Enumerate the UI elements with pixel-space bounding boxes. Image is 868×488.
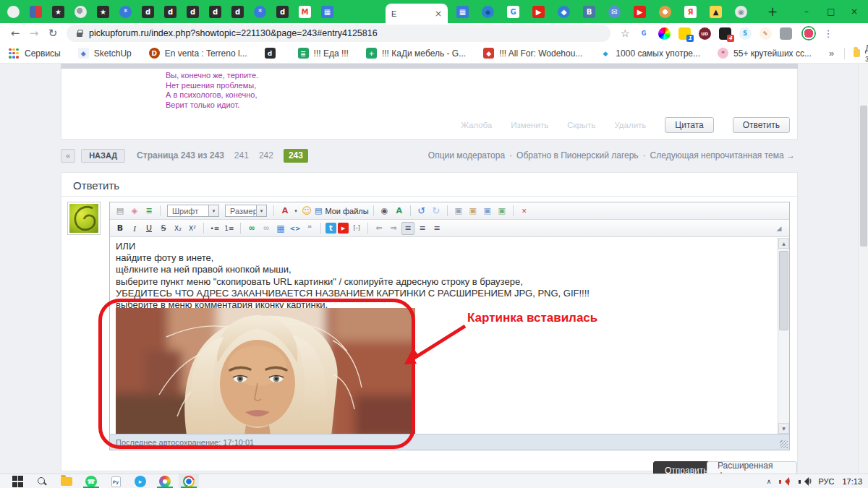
pinned-tab-favicon[interactable]: d xyxy=(164,6,176,18)
pinned-tab-favicon[interactable]: Я xyxy=(684,6,697,18)
quote-block-button[interactable]: ❝ xyxy=(303,222,316,235)
extension-colorwheel-icon[interactable] xyxy=(658,27,671,40)
insert-image-button[interactable]: ▦ xyxy=(274,222,287,235)
bookmark-allfor[interactable]: ◆!!! All For: Wodehou... xyxy=(483,48,582,59)
active-tab[interactable]: E × xyxy=(386,4,448,23)
editor-scrollbar[interactable]: ▲ ▼ xyxy=(778,238,789,434)
search-button[interactable]: ◉ xyxy=(378,205,391,218)
bookmark-services[interactable]: Сервисы xyxy=(25,48,61,59)
file-explorer-icon[interactable] xyxy=(61,476,72,487)
pinned-tab-favicon[interactable]: d xyxy=(276,6,289,18)
pinned-tab-favicon[interactable]: ★ xyxy=(97,6,109,18)
source-button[interactable]: ▤ xyxy=(114,205,127,218)
size-select[interactable]: Размер▾ xyxy=(225,205,267,217)
bullet-list-button[interactable]: •≡ xyxy=(208,222,221,235)
extension-tag-icon[interactable]: 1 xyxy=(678,27,691,40)
remove-format-button[interactable]: ✕ xyxy=(518,205,531,218)
first-page-button[interactable]: « xyxy=(61,149,75,163)
pinned-tab-favicon[interactable]: ◆ xyxy=(558,6,570,18)
window-minimize-button[interactable]: – xyxy=(797,0,816,23)
tray-expand-icon[interactable]: ∧ xyxy=(767,478,772,485)
paste-button[interactable]: ▣ xyxy=(467,205,480,218)
paste-text-button[interactable]: ▣ xyxy=(481,205,494,218)
font-color-button[interactable]: A xyxy=(278,205,292,218)
align-right-button[interactable]: ≡ xyxy=(430,222,443,235)
back-button[interactable]: НАЗАД xyxy=(81,149,125,163)
extension-blocker-icon[interactable]: 4 xyxy=(719,27,731,40)
python-file-icon[interactable]: Py xyxy=(110,476,122,487)
extension-puzzle-icon[interactable] xyxy=(780,27,792,40)
start-button[interactable] xyxy=(12,476,23,487)
font-select[interactable]: Шрифт▾ xyxy=(167,205,219,217)
subscript-button[interactable]: X₂ xyxy=(171,222,184,235)
bookmark-en-venta[interactable]: DEn venta : Terreno l... xyxy=(149,48,247,59)
pinned-tab-favicon[interactable]: d xyxy=(209,6,221,18)
pinned-tab-favicon[interactable]: ◆ xyxy=(482,6,494,18)
delete-link[interactable]: Удалить xyxy=(614,121,646,129)
reply-button[interactable]: Ответить xyxy=(733,117,790,133)
numbered-list-button[interactable]: 1≡ xyxy=(223,222,236,235)
spellcheck-button[interactable]: A xyxy=(393,205,406,218)
resize-grip[interactable] xyxy=(780,440,788,448)
quote-button[interactable]: Цитата xyxy=(665,117,713,133)
chevron-down-icon[interactable]: ▾ xyxy=(256,205,266,216)
editor-text-area[interactable]: ИЛИ найдите фоту в инете, щёлкните на не… xyxy=(110,238,778,434)
italic-button[interactable]: I xyxy=(128,222,141,235)
bookmark-sketchup[interactable]: ◆SketchUp xyxy=(78,48,132,59)
align-center-button[interactable]: ≡ xyxy=(416,222,429,235)
reload-icon[interactable]: ↻ xyxy=(43,27,62,40)
superscript-button[interactable]: X² xyxy=(186,222,199,235)
emoticon-button[interactable]: ☺ xyxy=(300,205,313,218)
paste-word-button[interactable]: ▣ xyxy=(495,205,509,218)
pinned-tab-favicon[interactable] xyxy=(75,6,87,18)
pinned-tab-favicon[interactable] xyxy=(659,6,671,18)
pinned-tab-favicon[interactable]: d xyxy=(231,6,244,18)
pinned-tab-favicon[interactable]: * xyxy=(254,6,266,18)
bookmark-eda[interactable]: ≣!!! Еда !!! xyxy=(298,48,349,59)
pinned-tab-favicon[interactable] xyxy=(30,6,42,18)
scrollbar-thumb[interactable] xyxy=(860,106,867,247)
indent-button[interactable]: ⇒ xyxy=(387,222,400,235)
taskbar-search-icon[interactable] xyxy=(36,476,48,487)
pinned-tab-favicon[interactable]: ▶ xyxy=(532,6,545,18)
new-tab-button[interactable]: + xyxy=(765,4,780,20)
template-button[interactable]: ≣ xyxy=(142,205,156,218)
my-files-button[interactable]: ▤Мои файлы xyxy=(315,205,369,218)
muted-speaker-icon[interactable]: ) xyxy=(779,477,791,486)
tab-close-icon[interactable]: × xyxy=(435,9,442,19)
pinned-tab-favicon[interactable]: B xyxy=(583,6,595,18)
chevron-down-icon[interactable]: ▾ xyxy=(293,205,299,218)
edit-link[interactable]: Изменить xyxy=(511,121,548,129)
page-link-241[interactable]: 241 xyxy=(234,150,249,160)
extension-seahorse-icon[interactable]: S xyxy=(739,27,752,40)
scroll-up-icon[interactable]: ▲ xyxy=(778,238,789,249)
strikethrough-button[interactable]: S xyxy=(157,222,170,235)
pinned-tab-favicon[interactable]: G xyxy=(507,6,519,18)
bookmark-55[interactable]: *55+ крутейших сс... xyxy=(718,48,812,59)
extension-translate-icon[interactable]: G xyxy=(638,27,650,40)
language-indicator[interactable]: РУС xyxy=(818,477,834,486)
pinned-tab-favicon[interactable]: d xyxy=(142,6,154,18)
pinned-tab-favicon[interactable]: ▦ xyxy=(456,6,469,18)
lock-icon[interactable] xyxy=(77,33,82,37)
pinned-tab-favicon[interactable]: * xyxy=(119,6,132,18)
underline-button[interactable]: U xyxy=(142,222,156,235)
pinned-tab-favicon[interactable]: ▦ xyxy=(321,6,333,18)
back-to-forum-link[interactable]: Обратно в Пионерский лагерь xyxy=(516,150,639,160)
apps-grid-icon[interactable] xyxy=(9,48,19,59)
advanced-form-button[interactable]: Расширенная форма xyxy=(707,461,797,474)
telegram-icon[interactable]: ▸ xyxy=(135,476,146,487)
copy-button[interactable]: ▣ xyxy=(452,205,465,218)
bold-button[interactable]: B xyxy=(114,222,127,235)
scroll-down-icon[interactable]: ▼ xyxy=(778,423,789,434)
redo-button[interactable]: ↻ xyxy=(430,205,443,218)
forward-icon[interactable]: → xyxy=(25,27,43,40)
window-close-button[interactable]: × xyxy=(845,0,864,23)
bookmarks-overflow-icon[interactable]: » xyxy=(829,48,834,59)
bookmark-d[interactable]: d xyxy=(265,48,281,59)
extension-shield-icon[interactable]: UD xyxy=(699,27,711,40)
profile-avatar[interactable] xyxy=(801,26,816,40)
pinned-tab-favicon[interactable]: ▲ xyxy=(710,6,722,18)
next-unread-link[interactable]: Следующая непрочитанная тема → xyxy=(650,150,795,160)
url-text[interactable]: pickupforum.ru/index.php?showtopic=22113… xyxy=(89,28,378,38)
